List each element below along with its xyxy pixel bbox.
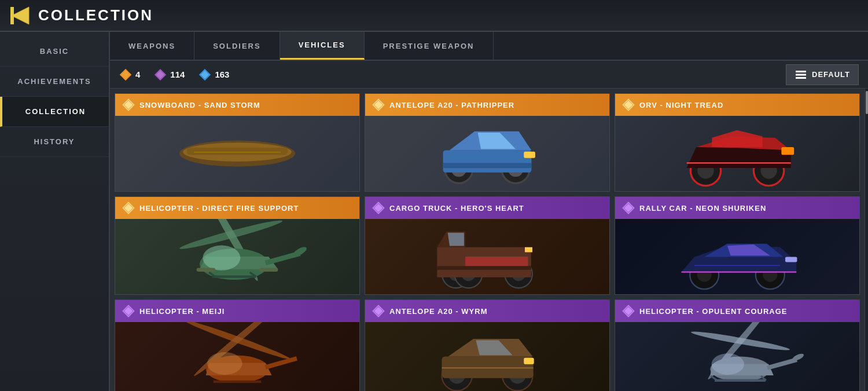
vehicles-grid: Snowboard - Sand Storm — [110, 89, 865, 391]
card-title-helicopter-meiji: Helicopter - Meiji — [139, 307, 225, 316]
svg-rect-10 — [796, 77, 806, 79]
back-button[interactable] — [9, 5, 31, 27]
vehicle-image-orv — [615, 116, 859, 191]
grid-row-2: Helicopter - Direct Fire Support — [115, 196, 860, 295]
vehicle-card-snowboard[interactable]: Snowboard - Sand Storm — [115, 93, 360, 192]
card-body-orv — [615, 116, 859, 191]
helicopter-dfs-svg — [156, 219, 318, 294]
gem-orange-count: 4 — [135, 70, 140, 79]
gem-orange-icon — [119, 68, 132, 81]
tab-soldiers[interactable]: SOLDIERS — [194, 32, 279, 60]
scroll-thumb[interactable] — [866, 91, 868, 114]
svg-rect-8 — [796, 71, 806, 72]
content-area: WEAPONS SOLDIERS VEHICLES PRESTIGE WEAPO… — [110, 32, 868, 391]
card-gem-icon-helicopter-meiji — [122, 305, 135, 317]
card-header-rally-neon: Rally Car - Neon Shuriken — [615, 197, 859, 219]
svg-rect-66 — [465, 257, 528, 266]
card-header-antelope-wyrm: Antelope A20 - Wyrm — [365, 300, 609, 322]
card-body-rally-neon — [615, 219, 859, 294]
sort-button[interactable]: DEFAULT — [786, 64, 859, 85]
gem-purple-count: 114 — [170, 70, 185, 79]
svg-rect-9 — [796, 74, 806, 75]
sort-icon — [795, 68, 807, 81]
vehicle-card-helicopter-dfs[interactable]: Helicopter - Direct Fire Support — [115, 196, 360, 295]
card-header-antelope-pathripper: Antelope A20 - Pathripper — [365, 94, 609, 116]
gem-orange-filter[interactable]: 4 — [119, 68, 140, 81]
card-header-helicopter-opulent: Helicopter - Opulent Courage — [615, 300, 859, 322]
tab-prestige-weapon[interactable]: PRESTIGE WEAPON — [365, 32, 494, 60]
card-gem-icon-snowboard — [122, 98, 135, 111]
card-header-helicopter-meiji: Helicopter - Meiji — [115, 300, 359, 322]
svg-rect-64 — [437, 266, 531, 270]
svg-line-109 — [711, 376, 718, 381]
vehicle-card-cargo-heros[interactable]: Cargo Truck - Hero's Heart — [365, 196, 610, 295]
card-body-cargo-heros — [365, 219, 609, 294]
card-body-helicopter-meiji — [115, 322, 359, 391]
card-gem-icon-rally-neon — [622, 202, 635, 214]
tab-weapons[interactable]: WEAPONS — [110, 32, 194, 60]
orv-svg — [662, 119, 812, 188]
meiji-svg — [156, 322, 318, 391]
gem-blue-icon — [198, 68, 211, 81]
card-body-antelope-wyrm — [365, 322, 609, 391]
card-title-helicopter-dfs: Helicopter - Direct Fire Support — [139, 204, 299, 213]
vehicle-card-antelope-pathripper[interactable]: Antelope A20 - Pathripper — [365, 93, 610, 192]
vehicle-card-helicopter-opulent[interactable]: Helicopter - Opulent Courage — [615, 299, 860, 391]
svg-line-106 — [767, 360, 797, 368]
grid-row-3: Helicopter - Meiji — [115, 299, 860, 391]
grid-row-1: Snowboard - Sand Storm — [115, 93, 860, 192]
card-title-antelope-pathripper: Antelope A20 - Pathripper — [389, 101, 514, 109]
card-gem-icon-helicopter-opulent — [622, 305, 635, 317]
card-body-snowboard — [115, 116, 359, 191]
card-header-orv: ORV - Night Tread — [615, 94, 859, 116]
vehicle-image-snowboard — [115, 116, 359, 191]
card-body-helicopter-dfs — [115, 219, 359, 294]
svg-rect-15 — [187, 148, 288, 155]
vehicle-card-rally-neon[interactable]: Rally Car - Neon Shuriken — [615, 196, 860, 295]
vehicle-image-helicopter-meiji — [115, 322, 359, 391]
svg-rect-1 — [10, 7, 14, 24]
opulent-svg — [656, 322, 818, 391]
svg-rect-26 — [443, 163, 532, 168]
svg-point-105 — [712, 353, 744, 375]
card-gem-icon-cargo-heros — [372, 202, 385, 214]
sidebar-item-achievements[interactable]: ACHIEVEMENTS — [0, 67, 109, 97]
card-gem-icon-antelope-pathripper — [372, 98, 385, 111]
svg-marker-0 — [12, 7, 29, 24]
sidebar-item-basic[interactable]: BASIC — [0, 36, 109, 67]
vehicle-card-helicopter-meiji[interactable]: Helicopter - Meiji — [115, 299, 360, 391]
svg-point-45 — [203, 246, 240, 271]
card-header-snowboard: Snowboard - Sand Storm — [115, 94, 359, 116]
page-title: COLLECTION — [38, 6, 153, 24]
card-title-antelope-wyrm: Antelope A20 - Wyrm — [389, 307, 487, 316]
card-title-cargo-heros: Cargo Truck - Hero's Heart — [389, 204, 524, 213]
svg-rect-51 — [197, 268, 216, 272]
scrollbar[interactable] — [865, 89, 868, 391]
sidebar-item-collection[interactable]: COLLECTION — [0, 97, 109, 127]
vehicle-card-orv[interactable]: ORV - Night Tread — [615, 93, 860, 192]
vehicle-image-cargo-heros — [365, 219, 609, 294]
gem-blue-count: 163 — [215, 70, 229, 79]
vehicle-image-rally-neon — [615, 219, 859, 294]
svg-marker-63 — [448, 233, 464, 246]
svg-rect-98 — [524, 358, 534, 364]
svg-rect-65 — [525, 247, 532, 253]
tab-vehicles[interactable]: VEHICLES — [280, 32, 365, 60]
antelope-svg — [412, 119, 562, 188]
cargo-svg — [406, 219, 568, 294]
filter-bar: 4 114 163 — [110, 61, 868, 89]
vehicle-card-antelope-wyrm[interactable]: Antelope A20 - Wyrm — [365, 299, 610, 391]
card-header-helicopter-dfs: Helicopter - Direct Fire Support — [115, 197, 359, 219]
sidebar-item-history[interactable]: HISTORY — [0, 127, 109, 157]
card-header-cargo-heros: Cargo Truck - Hero's Heart — [365, 197, 609, 219]
gem-blue-filter[interactable]: 163 — [198, 68, 229, 81]
card-gem-icon-orv — [622, 98, 635, 111]
snowboard-svg — [168, 125, 307, 182]
header: COLLECTION — [0, 0, 868, 32]
card-title-helicopter-opulent: Helicopter - Opulent Courage — [639, 307, 788, 316]
rally-svg — [659, 221, 815, 293]
wyrm-svg — [412, 325, 562, 391]
vehicle-image-helicopter-dfs — [115, 219, 359, 294]
svg-line-86 — [266, 359, 297, 367]
gem-purple-filter[interactable]: 114 — [154, 68, 185, 81]
